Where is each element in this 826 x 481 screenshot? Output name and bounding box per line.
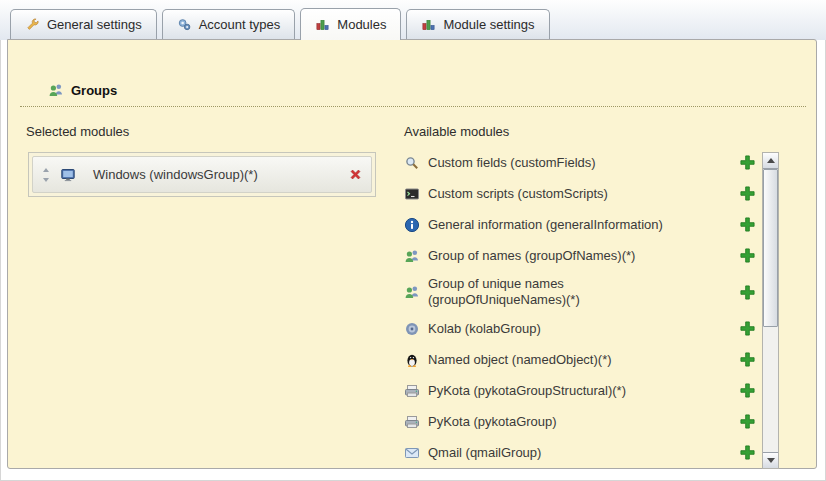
selected-module-label: Windows (windowsGroup)(*)	[93, 167, 258, 183]
scrollbar[interactable]	[762, 152, 779, 469]
module-row: Named object (namedObject)(*)	[404, 349, 762, 370]
gears-icon	[177, 17, 192, 32]
remove-module-button[interactable]	[348, 167, 363, 182]
tab-label: Module settings	[443, 17, 534, 32]
add-module-button[interactable]	[739, 351, 756, 368]
add-module-button[interactable]	[739, 444, 756, 461]
add-module-button[interactable]	[739, 284, 756, 301]
module-label: Kolab (kolabGroup)	[428, 321, 541, 337]
add-module-button[interactable]	[739, 413, 756, 430]
content-panel: Groups Selected modules Available module…	[7, 39, 817, 469]
module-label: Qmail (qmailGroup)	[428, 445, 541, 461]
module-label: PyKota (pykotaGroupStructural)(*)	[428, 383, 626, 399]
plus-icon	[739, 284, 756, 301]
module-row: Kolab (kolabGroup)	[404, 318, 762, 339]
add-module-button[interactable]	[739, 216, 756, 233]
tab-bar: General settings Account types Modules M…	[10, 9, 550, 40]
tab-module-settings[interactable]: Module settings	[406, 9, 549, 39]
monitor-icon	[60, 167, 76, 183]
bar-blocks-icon	[421, 17, 436, 32]
add-module-button[interactable]	[739, 247, 756, 264]
group-icon	[404, 284, 420, 300]
terminal-icon	[404, 186, 420, 202]
add-module-button[interactable]	[739, 185, 756, 202]
tab-label: Modules	[337, 17, 386, 32]
plus-icon	[739, 444, 756, 461]
penguin-icon	[404, 352, 420, 368]
group-icon	[48, 82, 64, 98]
envelope-icon	[404, 445, 420, 461]
add-module-button[interactable]	[739, 154, 756, 171]
plus-icon	[739, 382, 756, 399]
arrow-up-icon	[767, 158, 775, 163]
plus-icon	[739, 320, 756, 337]
wrench-icon	[25, 17, 40, 32]
available-modules-list: Custom fields (customFields) Custom scri…	[404, 152, 762, 473]
red-x-icon	[348, 167, 363, 182]
available-modules-heading: Available modules	[404, 124, 509, 139]
plus-icon	[739, 216, 756, 233]
module-row: General information (generalInformation)	[404, 214, 762, 235]
printer-icon	[404, 383, 420, 399]
plus-icon	[739, 185, 756, 202]
group-icon	[404, 248, 420, 264]
add-module-button[interactable]	[739, 382, 756, 399]
printer-icon	[404, 414, 420, 430]
scroll-up-button[interactable]	[763, 153, 778, 169]
section-header: Groups	[48, 82, 117, 98]
module-label: PyKota (pykotaGroup)	[428, 414, 557, 430]
tab-general-settings[interactable]: General settings	[10, 9, 157, 39]
module-label: Custom scripts (customScripts)	[428, 186, 608, 202]
module-label: General information (generalInformation)	[428, 217, 663, 233]
selected-modules-heading: Selected modules	[26, 124, 129, 139]
module-row: Group of unique names (groupOfUniqueName…	[404, 276, 762, 308]
module-label: Group of names (groupOfNames)(*)	[428, 248, 635, 264]
scroll-thumb[interactable]	[763, 169, 778, 327]
info-icon	[404, 217, 420, 233]
tab-label: Account types	[199, 17, 281, 32]
module-label: Group of unique names (groupOfUniqueName…	[428, 276, 694, 308]
section-title: Groups	[71, 83, 117, 98]
module-row: Custom fields (customFields)	[404, 152, 762, 173]
app-window: General settings Account types Modules M…	[0, 0, 826, 481]
arrow-down-icon	[767, 458, 775, 463]
add-module-button[interactable]	[739, 320, 756, 337]
plus-icon	[739, 247, 756, 264]
tab-label: General settings	[47, 17, 142, 32]
divider	[20, 106, 806, 107]
kolab-icon	[404, 321, 420, 337]
selected-module-row: Windows (windowsGroup)(*)	[32, 156, 372, 193]
scroll-down-button[interactable]	[763, 452, 778, 468]
module-row: PyKota (pykotaGroup)	[404, 411, 762, 432]
magnifier-icon	[404, 155, 420, 171]
module-row: Custom scripts (customScripts)	[404, 183, 762, 204]
module-row: PyKota (pykotaGroupStructural)(*)	[404, 380, 762, 401]
module-row: Qmail (qmailGroup)	[404, 442, 762, 463]
tab-modules[interactable]: Modules	[300, 8, 401, 40]
module-label: Custom fields (customFields)	[428, 155, 596, 171]
module-row: Group of names (groupOfNames)(*)	[404, 245, 762, 266]
module-label: Named object (namedObject)(*)	[428, 352, 612, 368]
plus-icon	[739, 413, 756, 430]
drag-handle-icon[interactable]	[41, 167, 51, 183]
plus-icon	[739, 351, 756, 368]
bar-blocks-icon	[315, 17, 330, 32]
plus-icon	[739, 154, 756, 171]
tab-account-types[interactable]: Account types	[162, 9, 296, 39]
selected-modules-box: Windows (windowsGroup)(*)	[28, 152, 376, 197]
